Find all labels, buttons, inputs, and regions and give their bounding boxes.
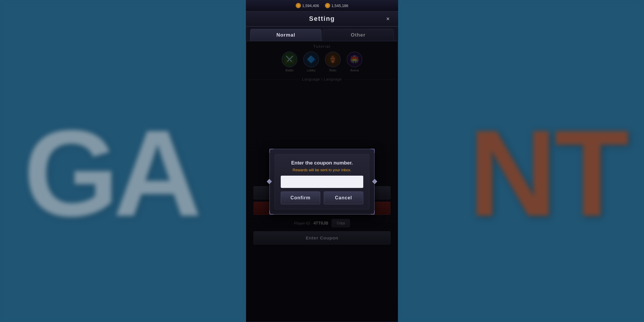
tab-other[interactable]: Other bbox=[323, 29, 394, 41]
currency-item-1: 1,594,406 bbox=[296, 3, 319, 8]
setting-title: Setting bbox=[309, 15, 335, 23]
modal-subtitle: Rewards will be sent to your inbox. bbox=[293, 168, 352, 172]
tabs-row: Normal Other bbox=[246, 27, 398, 41]
currency-value-2: 1,545,186 bbox=[331, 4, 348, 8]
currency-item-2: 1,545,186 bbox=[325, 3, 348, 8]
modal-diamond-left bbox=[267, 179, 272, 184]
modal-corner-tl bbox=[269, 149, 273, 153]
tab-normal[interactable]: Normal bbox=[250, 29, 321, 41]
top-bar: 1,594,406 1,545,186 bbox=[246, 0, 398, 11]
modal-buttons: Confirm Cancel bbox=[281, 191, 363, 204]
modal-corner-bl bbox=[269, 210, 273, 215]
setting-content: Tutorial ⚔️ Battle 🔷 Lobby 🏺 Relic 🏟️ Ar… bbox=[246, 41, 398, 322]
modal-corner-tr bbox=[371, 149, 375, 153]
modal-overlay: Enter the coupon number. Rewards will be… bbox=[246, 41, 398, 322]
currency-value-1: 1,594,406 bbox=[302, 4, 319, 8]
cancel-button[interactable]: Cancel bbox=[324, 191, 363, 204]
modal-title: Enter the coupon number. bbox=[291, 160, 353, 166]
modal-box: Enter the coupon number. Rewards will be… bbox=[269, 149, 375, 215]
currency-row: 1,594,406 1,545,186 bbox=[296, 3, 348, 8]
modal-corner-br bbox=[371, 210, 375, 215]
currency-icon-1 bbox=[296, 3, 301, 8]
coupon-input[interactable] bbox=[281, 176, 363, 188]
confirm-button[interactable]: Confirm bbox=[281, 191, 320, 204]
close-button[interactable]: × bbox=[383, 14, 392, 23]
settings-panel: 1,594,406 1,545,186 Setting × Normal Oth… bbox=[246, 0, 398, 322]
currency-icon-2 bbox=[325, 3, 330, 8]
setting-title-bar: Setting × bbox=[246, 11, 398, 27]
modal-diamond-right bbox=[372, 179, 377, 184]
modal-inner: Enter the coupon number. Rewards will be… bbox=[275, 154, 369, 209]
